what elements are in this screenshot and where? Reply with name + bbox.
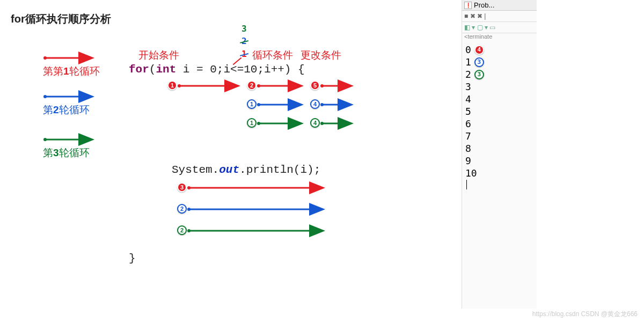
badge-r1-5: 5 (310, 80, 320, 90)
arrow-r2-2 (321, 99, 356, 110)
update-condition-label: 更改条件 (301, 48, 341, 62)
badge-r1-1: 1 (167, 80, 177, 90)
console-line: 6 (465, 118, 533, 129)
code-println: System.out.println(i); (172, 164, 320, 176)
iteration-mark-2: 2 (241, 36, 247, 46)
arrow-pl-2 (188, 204, 327, 215)
badge-pl-2b: 2 (177, 204, 187, 214)
console-status: <terminate (462, 33, 537, 41)
console-output: 041323345678910 (462, 41, 537, 192)
console-toolbar[interactable]: ■ ✖ ✖ | (462, 11, 537, 22)
svg-point-19 (320, 122, 324, 125)
svg-point-17 (257, 122, 260, 125)
iteration-mark-3: 3 (241, 24, 247, 34)
arrow-r3-1 (258, 118, 306, 129)
arrow-r3-2 (321, 118, 356, 129)
console-badge: 4 (474, 45, 484, 55)
console-line: 3 (465, 81, 533, 92)
legend-label-2: 第2轮循环 (43, 103, 90, 117)
tab-label: Prob... (474, 1, 494, 9)
arrow-r2-1 (258, 99, 306, 110)
console-line: 04 (465, 44, 533, 55)
svg-point-11 (320, 84, 324, 87)
code-for-line: for(int i = 0;i<=10;i++) { (129, 63, 305, 76)
badge-r3-4: 4 (310, 118, 320, 128)
legend-label-1: 第第1轮循环第1轮循环 (43, 64, 100, 78)
arrow-r1-3 (321, 80, 356, 91)
watermark: https://blog.csdn CSDN @黄金龙666 (532, 310, 638, 319)
console-line: 5 (465, 106, 533, 117)
loop-condition-label: 循环条件 (252, 48, 293, 62)
code-close: } (129, 252, 136, 265)
arrow-pl-1 (188, 182, 327, 193)
problems-tab[interactable]: ❗ Prob... (462, 0, 537, 11)
svg-point-13 (257, 103, 260, 106)
console-line: 8 (465, 143, 533, 154)
legend-arrow-2 (43, 91, 97, 102)
arrow-r1-2 (258, 80, 306, 91)
cursor (466, 180, 467, 189)
console-toolbar-2[interactable]: ◧ ▾ ▢ ▾ ▭ (462, 22, 537, 33)
start-condition-label: 开始条件 (138, 48, 179, 62)
console-line: 23 (465, 69, 533, 80)
arrow-pl-3 (188, 225, 327, 236)
svg-point-15 (320, 103, 324, 106)
console-badge: 3 (474, 70, 484, 79)
page-title: for循环执行顺序分析 (11, 12, 111, 26)
console-line: 10 (465, 167, 533, 179)
arrow-r1-1 (178, 80, 243, 91)
console-line: 9 (465, 155, 533, 166)
svg-point-25 (187, 229, 191, 232)
console-badge: 3 (474, 57, 484, 67)
problems-icon: ❗ (464, 2, 472, 9)
badge-r1-2: 2 (247, 80, 257, 90)
badge-pl-2g: 2 (177, 225, 187, 235)
legend-label-3: 第3轮循环 (43, 146, 90, 160)
svg-point-23 (187, 208, 191, 211)
iteration-mark-1: 1 (241, 49, 247, 59)
legend-arrow-3 (43, 134, 97, 145)
svg-point-9 (257, 84, 260, 87)
console-panel: ❗ Prob... ■ ✖ ✖ | ◧ ▾ ▢ ▾ ▭ <terminate 0… (462, 0, 537, 309)
badge-r3-1: 1 (247, 118, 257, 128)
console-line: 4 (465, 93, 533, 105)
console-line: 13 (465, 56, 533, 68)
svg-point-21 (187, 186, 191, 189)
svg-point-7 (178, 84, 181, 87)
badge-r2-4: 4 (310, 99, 320, 109)
legend-arrow-1 (43, 53, 97, 63)
badge-r2-1: 1 (247, 99, 257, 109)
badge-pl-3: 3 (177, 182, 187, 192)
console-line: 7 (465, 130, 533, 142)
